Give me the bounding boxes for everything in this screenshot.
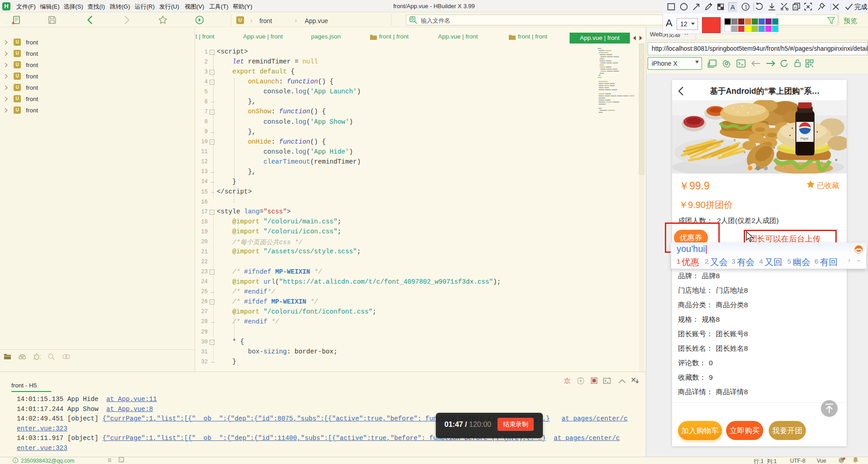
svg-text:A: A xyxy=(731,4,735,11)
svg-text:1: 1 xyxy=(745,4,747,10)
svg-text:Pepsi: Pepsi xyxy=(800,137,809,140)
svg-text:A: A xyxy=(794,5,797,10)
